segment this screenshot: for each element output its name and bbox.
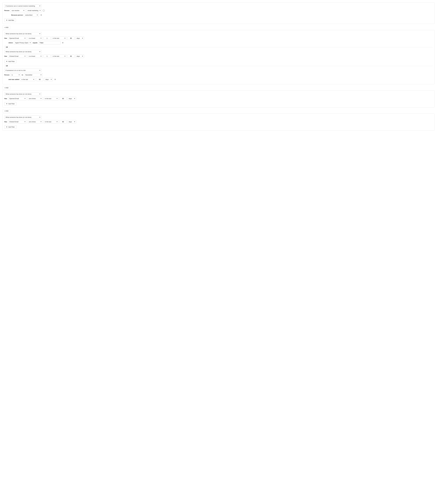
add-filter-button-2b[interactable]: ▼ Add Filter [4, 60, 17, 63]
in-label-2c: in [22, 74, 23, 76]
because-close-button[interactable]: ✕ [40, 14, 42, 16]
duration-input-3[interactable] [60, 97, 67, 100]
or-button-2[interactable]: OR [4, 65, 10, 67]
person-row-1: Person can receive email marketing i [4, 9, 433, 12]
has-label-2a: Has [4, 37, 7, 39]
duration-input-2a[interactable] [68, 37, 74, 40]
filter-icon-4: ▼ [6, 126, 8, 128]
add-filter-button-4[interactable]: ▼ Add Filter [4, 125, 17, 129]
and-label-1: + AND [4, 27, 9, 28]
and-button-2[interactable]: + AND [2, 86, 10, 89]
add-filter-row-2b: ▼ Add Filter [4, 59, 433, 63]
condition-group-1: If someone can or cannot receive marketi… [2, 2, 435, 24]
person-row-2c: Person is in Newsletter [4, 73, 433, 76]
add-filter-button-1[interactable]: ▼ Add filter [4, 19, 16, 22]
duration-input-4[interactable] [60, 120, 67, 124]
add-filter-label-2b: Add Filter [8, 61, 15, 62]
condition-group-3: What someone has done (or not done) Has … [2, 90, 435, 107]
condition-type-select-2c[interactable]: If someone is in or not in a list [4, 69, 41, 72]
condition-type-select-4[interactable]: What someone has done (or not done) [4, 115, 41, 119]
condition-group-4: What someone has done (or not done) Has … [2, 114, 435, 131]
marketing-type-select[interactable]: email marketing [26, 9, 42, 12]
timeframe-select-3[interactable]: in the last [44, 97, 59, 100]
where-value-input-2a[interactable] [39, 41, 60, 44]
added-duration-input[interactable] [36, 78, 43, 81]
event-select-2b[interactable]: Clicked Email [8, 55, 27, 58]
and-was-row-2c: and was added in the last days ✕ [9, 78, 433, 81]
equals-label-2a: equals [33, 42, 38, 44]
has-row-4: Has Clicked Email zero times in the last… [4, 120, 433, 124]
event-select-3[interactable]: Opened Email [8, 97, 27, 100]
where-row-2a: where Apple Privacy Open equals ✕ [9, 41, 433, 44]
add-filter-label-4: Add Filter [8, 126, 15, 128]
duration-input-2b[interactable] [68, 55, 74, 58]
qualifier-select-2b[interactable]: is at least [28, 55, 43, 58]
added-close-button[interactable]: ✕ [54, 78, 57, 81]
add-filter-button-3[interactable]: ▼ Add Filter [4, 102, 17, 105]
main-condition-row-1: If someone can or cannot receive marketi… [4, 4, 433, 8]
or-divider-1: OR [4, 46, 433, 49]
has-row-2b: Has Clicked Email is at least in the las… [4, 55, 433, 58]
because-row: Because person subscribed ✕ [11, 13, 433, 17]
qualifier-select-2a[interactable]: is at least [28, 37, 43, 40]
or-button-1[interactable]: OR [4, 46, 10, 49]
filter-icon-1: ▼ [6, 19, 8, 21]
or-divider-2: OR [4, 65, 433, 67]
condition-type-select-2b[interactable]: What someone has done (or not done) [4, 50, 41, 53]
add-filter-row-4: ▼ Add Filter [4, 125, 433, 129]
main-condition-row-2a: What someone has done (or not done) [4, 32, 433, 35]
where-close-button-2a[interactable]: ✕ [61, 42, 64, 44]
where-label-2a: where [9, 42, 13, 44]
count-input-2a[interactable] [44, 37, 50, 40]
add-filter-label-3: Add Filter [8, 103, 15, 105]
condition-group-2: What someone has done (or not done) Has … [2, 30, 435, 84]
event-select-2a[interactable]: Opened Email [8, 37, 27, 40]
list-name-select[interactable]: Newsletter [24, 73, 43, 76]
main-condition-row-3: What someone has done (or not done) [4, 92, 433, 96]
timeframe-select-4[interactable]: in the last [44, 120, 59, 124]
info-icon[interactable]: i [43, 10, 45, 12]
timeframe-select-2a[interactable]: in the last [51, 37, 67, 40]
add-filter-label-1: Add filter [8, 19, 14, 21]
qualifier-select-3[interactable]: zero times [28, 97, 43, 100]
can-receive-select[interactable]: can receive [10, 9, 25, 12]
add-filter-row-1: ▼ Add filter [4, 18, 433, 22]
and-was-added-label: and was added [9, 78, 19, 80]
add-filter-row-3: ▼ Add Filter [4, 101, 433, 105]
has-label-4: Has [4, 121, 7, 123]
has-label-3: Has [4, 98, 7, 99]
main-condition-row-2c: If someone is in or not in a list [4, 69, 433, 72]
has-row-2a: Has Opened Email is at least in the last… [4, 37, 433, 40]
and-button-3[interactable]: + AND [2, 109, 10, 113]
where-field-select-2a[interactable]: Apple Privacy Open [14, 41, 32, 44]
condition-type-select-3[interactable]: What someone has done (or not done) [4, 92, 41, 96]
main-condition-row-4: What someone has done (or not done) [4, 115, 433, 119]
and-label-3: + AND [4, 110, 9, 112]
added-timeframe-select[interactable]: in the last [20, 78, 35, 81]
filter-icon-3: ▼ [6, 103, 8, 105]
condition-type-select-1[interactable]: If someone can or cannot receive marketi… [4, 4, 41, 8]
unit-select-3[interactable]: days [68, 97, 76, 100]
unit-select-2a[interactable]: days [75, 37, 84, 40]
and-button-1[interactable]: + AND [2, 26, 10, 29]
count-input-2b[interactable] [44, 55, 50, 58]
has-label-2b: Has [4, 55, 7, 57]
condition-type-select-2a[interactable]: What someone has done (or not done) [4, 32, 41, 35]
unit-select-4[interactable]: days [68, 120, 76, 124]
person-label-1: Person [4, 10, 10, 11]
qualifier-select-4[interactable]: zero times [28, 120, 43, 124]
main-condition-row-2b: What someone has done (or not done) [4, 50, 433, 53]
person-label-2c: Person [4, 74, 10, 76]
because-label: Because person [11, 14, 23, 16]
list-qualifier-select[interactable]: is [10, 73, 21, 76]
event-select-4[interactable]: Clicked Email [8, 120, 27, 124]
has-row-3: Has Opened Email zero times in the last … [4, 97, 433, 100]
added-unit-select[interactable]: days [44, 78, 53, 81]
filter-icon-2b: ▼ [6, 61, 8, 62]
because-value-select[interactable]: subscribed [24, 13, 39, 17]
timeframe-select-2b[interactable]: in the last [51, 55, 67, 58]
unit-select-2b[interactable]: days [75, 55, 84, 58]
and-label-2: + AND [4, 87, 9, 89]
